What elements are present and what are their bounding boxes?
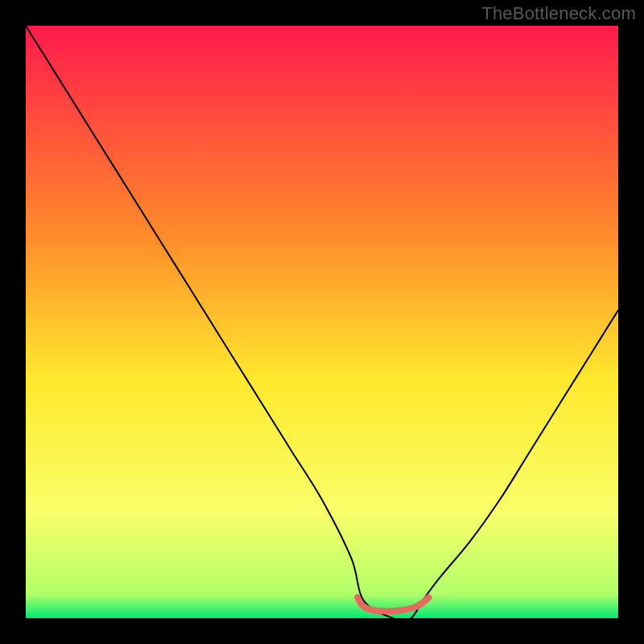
plot-area [26,26,618,618]
chart-frame: TheBottleneck.com [0,0,644,644]
chart-svg [26,26,618,618]
gradient-background [26,26,618,618]
watermark-text: TheBottleneck.com [481,3,636,24]
